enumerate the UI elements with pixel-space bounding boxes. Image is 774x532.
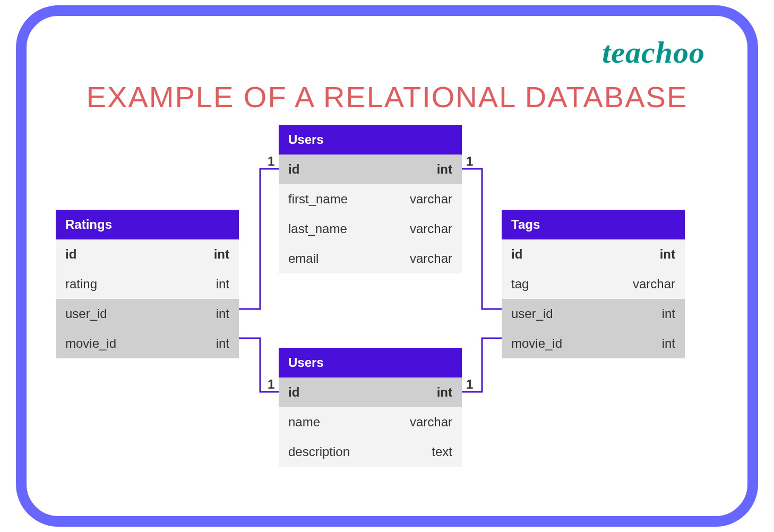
column-name: last_name bbox=[288, 221, 347, 236]
column-name: movie_id bbox=[511, 336, 562, 351]
table-row: descriptiontext bbox=[279, 437, 462, 467]
table-row: emailvarchar bbox=[279, 244, 462, 273]
table-users-top: Users idintfirst_namevarcharlast_namevar… bbox=[279, 125, 462, 273]
column-type: int bbox=[660, 247, 675, 262]
table-row: tagvarchar bbox=[502, 269, 685, 299]
table-row: ratingint bbox=[56, 269, 239, 299]
column-type: int bbox=[437, 385, 452, 400]
cardinality-label: 1 bbox=[466, 377, 473, 392]
column-type: int bbox=[216, 277, 229, 291]
cardinality-label: 1 bbox=[268, 377, 274, 392]
column-name: id bbox=[511, 247, 522, 262]
page-title: EXAMPLE OF A RELATIONAL DATABASE bbox=[27, 80, 747, 114]
table-row: idint bbox=[279, 377, 462, 407]
table-row: user_idint bbox=[502, 299, 685, 329]
table-row: movie_idint bbox=[502, 329, 685, 358]
column-name: user_id bbox=[65, 306, 107, 321]
column-name: rating bbox=[65, 277, 97, 291]
column-name: email bbox=[288, 251, 319, 266]
column-type: text bbox=[432, 444, 452, 459]
table-row: idint bbox=[502, 239, 685, 269]
column-name: movie_id bbox=[65, 336, 116, 351]
table-row: first_namevarchar bbox=[279, 184, 462, 214]
column-name: id bbox=[65, 247, 76, 262]
column-type: varchar bbox=[410, 192, 452, 207]
column-name: description bbox=[288, 444, 350, 459]
column-name: name bbox=[288, 415, 320, 430]
table-row: idint bbox=[56, 239, 239, 269]
column-type: int bbox=[214, 247, 229, 262]
column-type: int bbox=[662, 336, 675, 351]
cardinality-label: 1 bbox=[466, 154, 473, 169]
column-type: varchar bbox=[410, 251, 452, 266]
column-name: first_name bbox=[288, 192, 348, 207]
column-type: int bbox=[437, 162, 452, 177]
table-ratings-header: Ratings bbox=[56, 210, 239, 239]
table-row: namevarchar bbox=[279, 407, 462, 437]
column-type: varchar bbox=[410, 415, 452, 430]
table-users-bottom-header: Users bbox=[279, 348, 462, 377]
table-users-bottom: Users idintnamevarchardescriptiontext bbox=[279, 348, 462, 467]
column-type: varchar bbox=[410, 221, 452, 236]
table-tags: Tags idinttagvarcharuser_idintmovie_idin… bbox=[502, 210, 685, 358]
table-ratings: Ratings idintratingintuser_idintmovie_id… bbox=[56, 210, 239, 358]
table-users-top-header: Users bbox=[279, 125, 462, 155]
table-row: movie_idint bbox=[56, 329, 239, 358]
column-type: int bbox=[662, 306, 675, 321]
table-row: idint bbox=[279, 155, 462, 184]
column-type: varchar bbox=[633, 277, 675, 291]
table-row: last_namevarchar bbox=[279, 214, 462, 244]
column-name: tag bbox=[511, 277, 529, 291]
brand-logo: teachoo bbox=[602, 35, 705, 70]
column-type: int bbox=[216, 306, 229, 321]
column-name: id bbox=[288, 385, 299, 400]
column-name: user_id bbox=[511, 306, 553, 321]
column-name: id bbox=[288, 162, 299, 177]
cardinality-label: 1 bbox=[268, 154, 274, 169]
table-row: user_idint bbox=[56, 299, 239, 329]
table-tags-header: Tags bbox=[502, 210, 685, 239]
column-type: int bbox=[216, 336, 229, 351]
